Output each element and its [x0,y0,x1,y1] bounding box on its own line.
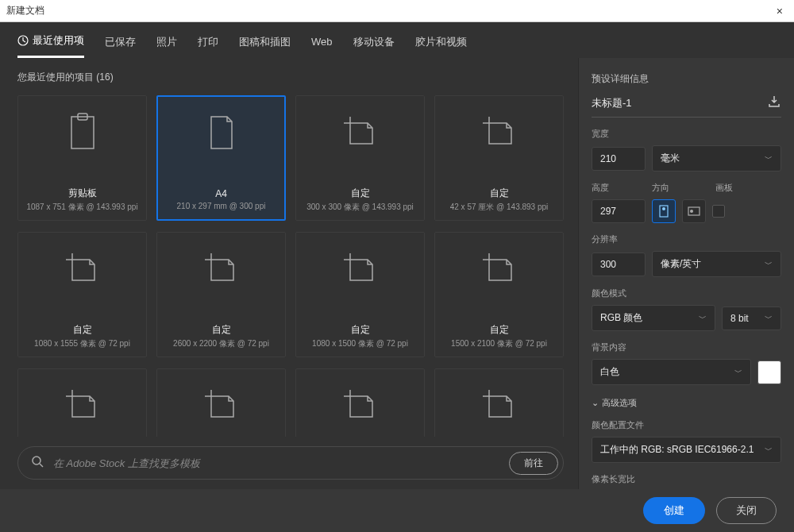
tab-0[interactable]: 最近使用项 [17,33,84,58]
orientation-label: 方向 [652,182,709,194]
tab-3[interactable]: 打印 [198,33,218,58]
preset-thumb-icon [480,245,518,291]
chevron-down-icon: ⌄ [592,398,599,408]
preset-name: 自定 [306,187,414,200]
preset-card[interactable]: 自定2600 x 2200 像素 @ 72 ppi [156,232,286,357]
color-mode-select[interactable]: RGB 颜色﹀ [592,305,715,331]
svg-point-8 [690,210,693,213]
tab-4[interactable]: 图稿和插图 [239,33,291,58]
preset-thumb-icon [341,245,380,291]
background-label: 背景内容 [592,341,781,353]
preset-name: 自定 [312,323,408,337]
preset-thumb-icon [202,110,241,156]
tab-label: 移动设备 [353,35,395,49]
tab-label: 胶片和视频 [415,35,467,49]
preset-thumb-icon [202,245,241,291]
preset-thumb-icon [64,382,102,428]
preset-thumb-icon [480,382,518,428]
preset-thumb-icon [202,382,241,428]
preset-name: 自定 [451,323,547,337]
background-select[interactable]: 白色﹀ [592,359,751,385]
resolution-input[interactable] [592,253,646,276]
preset-name: 自定 [34,323,130,337]
width-input[interactable] [592,147,646,171]
pixel-aspect-label: 像素长宽比 [592,473,781,485]
preset-meta: 1500 x 2100 像素 @ 72 ppi [451,338,547,349]
chevron-down-icon: ﹀ [765,259,773,270]
bit-depth-select[interactable]: 8 bit﹀ [722,306,781,330]
artboard-label: 画板 [715,182,733,194]
preset-meta: 300 x 300 像素 @ 143.993 ppi [306,202,414,213]
chevron-down-icon: ﹀ [765,313,773,324]
orientation-portrait-button[interactable] [652,199,676,223]
window-title: 新建文档 [6,4,44,17]
recent-heading: 您最近使用的项目 (16) [17,71,564,84]
preset-card[interactable]: 自定750 x 1334 mm @ 72 ppi [156,368,286,437]
preset-card[interactable]: 自定800 x 600 mm @ 30 ppi [295,368,425,437]
preset-meta: 210 x 297 mm @ 300 ppi [177,201,266,212]
advanced-toggle[interactable]: ⌄ 高级选项 [592,397,781,409]
category-tabs: 最近使用项已保存照片打印图稿和插图Web移动设备胶片和视频 [0,22,794,58]
tab-5[interactable]: Web [311,33,333,58]
close-icon[interactable]: × [772,5,788,17]
height-input[interactable] [592,199,646,223]
search-input[interactable] [53,457,499,469]
preset-name: 自定 [173,323,269,337]
preset-meta: 42 x 57 厘米 @ 143.893 ppi [450,202,549,213]
tab-label: 打印 [198,35,218,49]
details-title: 预设详细信息 [592,72,781,86]
close-button[interactable]: 关闭 [716,497,777,524]
tab-label: 已保存 [105,35,136,49]
tab-label: 图稿和插图 [239,35,291,49]
preset-thumb-icon [341,109,380,155]
preset-card[interactable]: 自定1080 x 1555 像素 @ 72 ppi [17,232,147,357]
tab-label: Web [311,36,333,48]
svg-line-4 [40,464,43,467]
preset-thumb-icon [480,109,518,155]
document-name-input[interactable]: 未标题-1 [592,96,632,110]
tab-label: 最近使用项 [33,33,84,48]
resolution-units-select[interactable]: 像素/英寸﹀ [652,251,781,277]
preset-card[interactable]: 自定1080 x 1500 像素 @ 72 ppi [295,232,425,357]
preset-meta: 1080 x 1555 像素 @ 72 ppi [34,338,130,349]
tab-6[interactable]: 移动设备 [353,33,395,58]
preset-name: A4 [177,188,266,199]
details-panel: 预设详细信息 未标题-1 宽度 毫米﹀ 高度 方向 画板 [578,58,794,489]
svg-point-3 [33,457,40,465]
preset-card[interactable]: A4210 x 297 mm @ 300 ppi [156,95,286,221]
preset-card[interactable]: 自定1500 x 2100 像素 @ 72 ppi [434,232,564,357]
preset-card[interactable]: 自定42 x 57 厘米 @ 143.893 ppi [434,95,564,221]
stock-search: 前往 [17,446,564,480]
svg-point-6 [662,207,665,210]
presets-panel: 您最近使用的项目 (16) 剪贴板1087 x 751 像素 @ 143.993… [0,58,578,489]
chevron-down-icon: ﹀ [765,153,773,164]
tab-2[interactable]: 照片 [156,33,177,58]
color-profile-select[interactable]: 工作中的 RGB: sRGB IEC61966-2.1﹀ [592,437,781,463]
artboard-checkbox[interactable] [712,205,725,218]
width-label: 宽度 [592,128,781,140]
preset-card[interactable]: 剪贴板1087 x 751 像素 @ 143.993 ppi [17,95,147,221]
svg-rect-1 [71,117,94,148]
tab-7[interactable]: 胶片和视频 [415,33,467,58]
units-select[interactable]: 毫米﹀ [652,145,781,172]
preset-card[interactable]: 自定1000 x 1415 mm @ 300 ppi [17,368,147,437]
preset-meta: 1080 x 1500 像素 @ 72 ppi [312,338,408,349]
clock-icon [17,35,29,46]
go-button[interactable]: 前往 [509,452,558,475]
color-mode-label: 颜色模式 [592,287,781,299]
tab-1[interactable]: 已保存 [105,33,136,58]
save-preset-icon[interactable] [767,94,781,112]
preset-card[interactable]: 自定1200 x 1200 像素 @ 72 ppi [434,368,564,437]
preset-thumb-icon [341,382,380,428]
preset-card[interactable]: 自定300 x 300 像素 @ 143.993 ppi [295,95,425,221]
preset-meta: 1087 x 751 像素 @ 143.993 ppi [26,202,137,213]
orientation-landscape-button[interactable] [682,199,706,223]
chevron-down-icon: ﹀ [734,367,742,378]
chevron-down-icon: ﹀ [765,445,773,456]
background-color-swatch[interactable] [757,360,781,384]
preset-thumb-icon [64,109,102,155]
preset-meta: 2600 x 2200 像素 @ 72 ppi [173,338,269,349]
search-icon [31,455,44,471]
create-button[interactable]: 创建 [643,497,705,524]
chevron-down-icon: ﹀ [699,313,707,324]
